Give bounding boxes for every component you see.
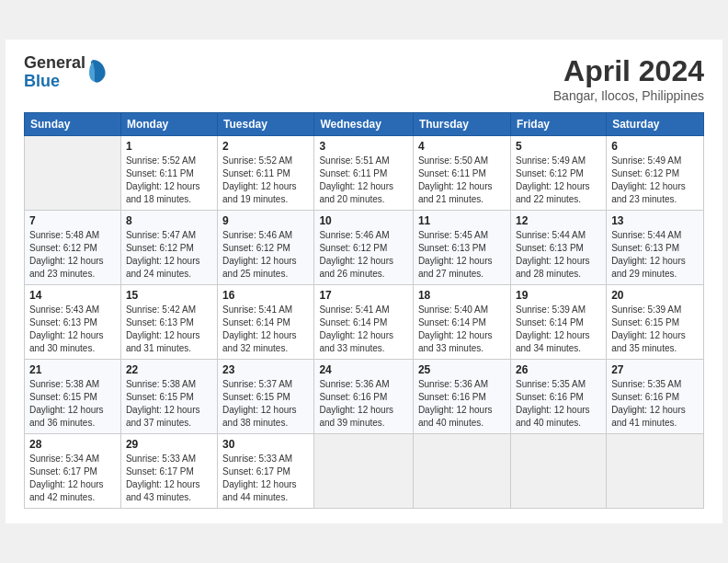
- day-info: Sunrise: 5:44 AMSunset: 6:13 PMDaylight:…: [516, 229, 601, 281]
- week-row-0: 1Sunrise: 5:52 AMSunset: 6:11 PMDaylight…: [25, 136, 704, 211]
- day-header-saturday: Saturday: [607, 113, 704, 136]
- logo-blue: Blue: [24, 73, 85, 91]
- day-number: 19: [516, 289, 601, 302]
- calendar-cell: 27Sunrise: 5:35 AMSunset: 6:16 PMDayligh…: [607, 360, 704, 434]
- day-info: Sunrise: 5:35 AMSunset: 6:16 PMDaylight:…: [516, 378, 601, 430]
- day-info: Sunrise: 5:50 AMSunset: 6:11 PMDaylight:…: [418, 155, 506, 206]
- calendar-cell: 17Sunrise: 5:41 AMSunset: 6:14 PMDayligh…: [314, 285, 413, 360]
- day-number: 25: [418, 363, 506, 376]
- day-info: Sunrise: 5:47 AMSunset: 6:12 PMDaylight:…: [126, 229, 212, 281]
- day-number: 3: [319, 140, 407, 153]
- day-header-sunday: Sunday: [25, 113, 121, 136]
- day-info: Sunrise: 5:33 AMSunset: 6:17 PMDaylight:…: [126, 453, 212, 504]
- calendar-cell: 5Sunrise: 5:49 AMSunset: 6:12 PMDaylight…: [510, 136, 606, 211]
- day-number: 17: [319, 289, 407, 302]
- calendar-cell: 1Sunrise: 5:52 AMSunset: 6:11 PMDaylight…: [120, 136, 217, 211]
- calendar-cell: 3Sunrise: 5:51 AMSunset: 6:11 PMDaylight…: [314, 136, 413, 211]
- calendar-cell: 15Sunrise: 5:42 AMSunset: 6:13 PMDayligh…: [120, 285, 217, 360]
- day-header-tuesday: Tuesday: [218, 113, 314, 136]
- day-info: Sunrise: 5:52 AMSunset: 6:11 PMDaylight:…: [222, 155, 309, 206]
- location: Bangar, Ilocos, Philippines: [553, 88, 704, 103]
- day-info: Sunrise: 5:38 AMSunset: 6:15 PMDaylight:…: [126, 378, 212, 430]
- day-info: Sunrise: 5:49 AMSunset: 6:12 PMDaylight:…: [611, 155, 699, 206]
- day-info: Sunrise: 5:49 AMSunset: 6:12 PMDaylight:…: [516, 155, 601, 206]
- day-info: Sunrise: 5:52 AMSunset: 6:11 PMDaylight:…: [126, 155, 212, 206]
- day-number: 15: [126, 289, 212, 302]
- day-info: Sunrise: 5:42 AMSunset: 6:13 PMDaylight:…: [126, 304, 212, 355]
- day-info: Sunrise: 5:34 AMSunset: 6:17 PMDaylight:…: [29, 453, 116, 504]
- day-number: 28: [29, 438, 116, 451]
- day-info: Sunrise: 5:48 AMSunset: 6:12 PMDaylight:…: [29, 229, 116, 281]
- day-number: 8: [126, 214, 212, 227]
- day-number: 2: [222, 140, 309, 153]
- logo-icon: [87, 58, 108, 84]
- title-block: April 2024 Bangar, Ilocos, Philippines: [553, 54, 704, 103]
- day-info: Sunrise: 5:40 AMSunset: 6:14 PMDaylight:…: [418, 304, 506, 355]
- calendar-cell: 4Sunrise: 5:50 AMSunset: 6:11 PMDaylight…: [413, 136, 510, 211]
- day-number: 20: [611, 289, 699, 302]
- day-header-wednesday: Wednesday: [314, 113, 413, 136]
- calendar-page: General Blue April 2024 Bangar, Ilocos, …: [6, 40, 722, 523]
- day-number: 29: [126, 438, 212, 451]
- calendar-cell: 21Sunrise: 5:38 AMSunset: 6:15 PMDayligh…: [25, 360, 121, 434]
- month-title: April 2024: [553, 54, 704, 88]
- day-number: 13: [611, 214, 699, 227]
- calendar-cell: 13Sunrise: 5:44 AMSunset: 6:13 PMDayligh…: [607, 211, 704, 285]
- day-info: Sunrise: 5:35 AMSunset: 6:16 PMDaylight:…: [611, 378, 699, 430]
- calendar-cell: 30Sunrise: 5:33 AMSunset: 6:17 PMDayligh…: [218, 434, 314, 509]
- day-number: 1: [126, 140, 212, 153]
- day-info: Sunrise: 5:39 AMSunset: 6:14 PMDaylight:…: [516, 304, 601, 355]
- day-number: 18: [418, 289, 506, 302]
- day-info: Sunrise: 5:39 AMSunset: 6:15 PMDaylight:…: [611, 304, 699, 355]
- calendar-cell: 26Sunrise: 5:35 AMSunset: 6:16 PMDayligh…: [510, 360, 606, 434]
- day-number: 4: [418, 140, 506, 153]
- day-header-thursday: Thursday: [413, 113, 510, 136]
- calendar-table: SundayMondayTuesdayWednesdayThursdayFrid…: [24, 112, 704, 509]
- header: General Blue April 2024 Bangar, Ilocos, …: [24, 54, 704, 103]
- day-number: 11: [418, 214, 506, 227]
- calendar-cell: [510, 434, 606, 509]
- calendar-cell: [607, 434, 704, 509]
- calendar-cell: 10Sunrise: 5:46 AMSunset: 6:12 PMDayligh…: [314, 211, 413, 285]
- day-number: 26: [516, 363, 601, 376]
- day-header-friday: Friday: [510, 113, 606, 136]
- calendar-cell: 2Sunrise: 5:52 AMSunset: 6:11 PMDaylight…: [218, 136, 314, 211]
- day-info: Sunrise: 5:36 AMSunset: 6:16 PMDaylight:…: [319, 378, 407, 430]
- day-info: Sunrise: 5:46 AMSunset: 6:12 PMDaylight:…: [319, 229, 407, 281]
- day-info: Sunrise: 5:38 AMSunset: 6:15 PMDaylight:…: [29, 378, 116, 430]
- day-info: Sunrise: 5:33 AMSunset: 6:17 PMDaylight:…: [222, 453, 309, 504]
- header-row: SundayMondayTuesdayWednesdayThursdayFrid…: [25, 113, 704, 136]
- day-number: 30: [222, 438, 309, 451]
- calendar-cell: 25Sunrise: 5:36 AMSunset: 6:16 PMDayligh…: [413, 360, 510, 434]
- calendar-cell: 14Sunrise: 5:43 AMSunset: 6:13 PMDayligh…: [25, 285, 121, 360]
- calendar-cell: 29Sunrise: 5:33 AMSunset: 6:17 PMDayligh…: [120, 434, 217, 509]
- day-info: Sunrise: 5:46 AMSunset: 6:12 PMDaylight:…: [222, 229, 309, 281]
- week-row-3: 21Sunrise: 5:38 AMSunset: 6:15 PMDayligh…: [25, 360, 704, 434]
- day-info: Sunrise: 5:41 AMSunset: 6:14 PMDaylight:…: [319, 304, 407, 355]
- calendar-cell: [25, 136, 121, 211]
- calendar-cell: 7Sunrise: 5:48 AMSunset: 6:12 PMDaylight…: [25, 211, 121, 285]
- day-info: Sunrise: 5:43 AMSunset: 6:13 PMDaylight:…: [29, 304, 116, 355]
- calendar-cell: 12Sunrise: 5:44 AMSunset: 6:13 PMDayligh…: [510, 211, 606, 285]
- calendar-cell: [413, 434, 510, 509]
- week-row-4: 28Sunrise: 5:34 AMSunset: 6:17 PMDayligh…: [25, 434, 704, 509]
- calendar-cell: 11Sunrise: 5:45 AMSunset: 6:13 PMDayligh…: [413, 211, 510, 285]
- calendar-cell: 18Sunrise: 5:40 AMSunset: 6:14 PMDayligh…: [413, 285, 510, 360]
- day-number: 9: [222, 214, 309, 227]
- calendar-cell: 19Sunrise: 5:39 AMSunset: 6:14 PMDayligh…: [510, 285, 606, 360]
- logo-general: General: [24, 54, 85, 73]
- day-number: 21: [29, 363, 116, 376]
- day-info: Sunrise: 5:41 AMSunset: 6:14 PMDaylight:…: [222, 304, 309, 355]
- day-number: 23: [222, 363, 309, 376]
- calendar-cell: 9Sunrise: 5:46 AMSunset: 6:12 PMDaylight…: [218, 211, 314, 285]
- day-number: 12: [516, 214, 601, 227]
- calendar-cell: 16Sunrise: 5:41 AMSunset: 6:14 PMDayligh…: [218, 285, 314, 360]
- day-info: Sunrise: 5:45 AMSunset: 6:13 PMDaylight:…: [418, 229, 506, 281]
- calendar-cell: 8Sunrise: 5:47 AMSunset: 6:12 PMDaylight…: [120, 211, 217, 285]
- day-number: 27: [611, 363, 699, 376]
- calendar-cell: 24Sunrise: 5:36 AMSunset: 6:16 PMDayligh…: [314, 360, 413, 434]
- day-number: 7: [29, 214, 116, 227]
- calendar-cell: 28Sunrise: 5:34 AMSunset: 6:17 PMDayligh…: [25, 434, 121, 509]
- day-number: 14: [29, 289, 116, 302]
- day-header-monday: Monday: [120, 113, 217, 136]
